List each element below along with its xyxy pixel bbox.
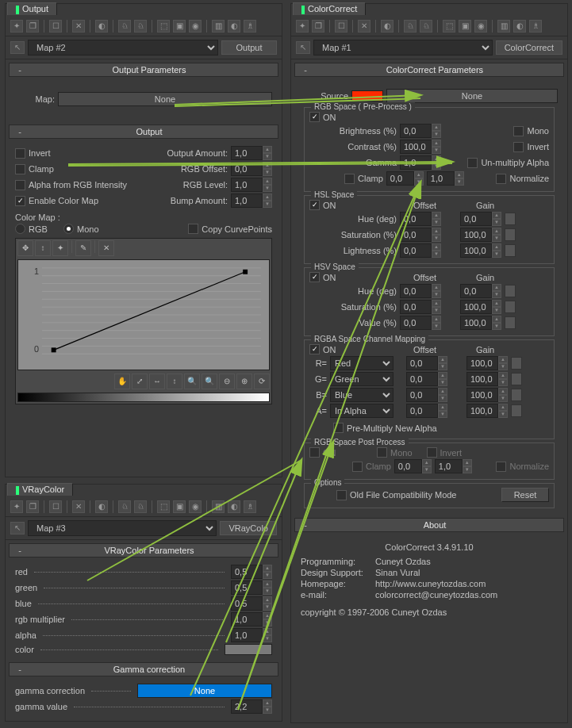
output-params-header[interactable]: - Output Parameters	[9, 63, 278, 77]
tool-icon[interactable]: ☐	[335, 20, 347, 33]
tool-icon[interactable]: ♘	[118, 20, 131, 33]
r-offset[interactable]: ▲▼	[406, 356, 447, 370]
invert-checkbox[interactable]	[15, 148, 25, 159]
tool-icon[interactable]: ◐	[513, 20, 526, 33]
tool-icon[interactable]: ♘	[420, 20, 432, 33]
tool-icon[interactable]: ✕	[72, 20, 85, 33]
curve-editor[interactable]: 1 0	[17, 259, 270, 370]
tool-icon[interactable]: ♗	[244, 500, 256, 513]
clamp-hi-spinner[interactable]: ▲▼	[427, 171, 464, 186]
tool-icon[interactable]: ✕	[358, 20, 370, 33]
map-slot[interactable]: None	[58, 92, 272, 106]
oldfile-checkbox[interactable]	[336, 490, 347, 500]
tool-icon[interactable]: ▥	[212, 20, 225, 33]
zoom-h-icon[interactable]: ↔	[149, 374, 165, 389]
tool-icon[interactable]: ☐	[49, 20, 62, 33]
tool-icon[interactable]: ❐	[312, 20, 324, 33]
tool-icon[interactable]: ⬚	[443, 20, 455, 33]
move-tool-icon[interactable]: ✥	[17, 240, 33, 256]
reset-button[interactable]: Reset	[501, 488, 549, 502]
zoom-v-icon[interactable]: ↕	[167, 374, 182, 389]
hsl-hue-gain[interactable]: ▲▼	[460, 212, 501, 226]
tool-icon[interactable]: ♘	[134, 20, 147, 33]
post-invert-checkbox[interactable]	[427, 447, 437, 458]
g-swatch[interactable]	[511, 373, 522, 385]
tool-icon[interactable]: ♘	[134, 500, 147, 513]
tool-icon[interactable]: ◉	[189, 500, 202, 513]
pen-tool-icon[interactable]: ✎	[75, 240, 91, 256]
b-gain[interactable]: ▲▼	[466, 388, 508, 402]
hsl-hue-swatch[interactable]	[505, 213, 516, 225]
zoom-region-icon[interactable]: 🔍	[202, 374, 217, 389]
clamp-lo-spinner[interactable]: ▲▼	[386, 171, 424, 186]
colorcorrect-tab[interactable]: ColorCorrect	[293, 2, 366, 15]
output-tab[interactable]: Output	[7, 2, 57, 15]
rgba-on-checkbox[interactable]	[309, 344, 320, 354]
gamma-section-header[interactable]: - Gamma correction	[9, 662, 278, 676]
normalize-checkbox[interactable]	[496, 174, 506, 184]
zoom-icon[interactable]: 🔍	[184, 374, 200, 389]
gradient-bar[interactable]	[17, 393, 270, 402]
output-amount-spinner[interactable]: ▲▼	[231, 146, 272, 160]
b-offset[interactable]: ▲▼	[406, 388, 447, 402]
green-spinner[interactable]: ▲▼	[231, 580, 272, 595]
output-section-header[interactable]: - Output	[9, 125, 278, 139]
hsl-hue-offset[interactable]: ▲▼	[400, 212, 441, 226]
red-spinner[interactable]: ▲▼	[231, 565, 272, 579]
gamma-value-spinner[interactable]: ▲▼	[231, 699, 272, 714]
tool-icon[interactable]: ✦	[296, 20, 309, 33]
tool-icon[interactable]: ◐	[381, 20, 393, 33]
source-map-slot[interactable]: None	[386, 89, 558, 103]
g-channel-select[interactable]: Green	[330, 372, 393, 386]
zoom-out-icon[interactable]: ⊖	[219, 374, 235, 389]
rgb-radio[interactable]	[15, 224, 25, 234]
tool-icon[interactable]: ◉	[189, 20, 202, 33]
tool-icon[interactable]: ♘	[404, 20, 417, 33]
vray-map-dropdown[interactable]: Map #3	[28, 520, 217, 536]
rgb-offset-spinner[interactable]: ▲▼	[231, 162, 272, 176]
source-swatch[interactable]	[351, 90, 383, 102]
g-offset[interactable]: ▲▼	[406, 372, 447, 386]
hsl-sat-gain[interactable]: ▲▼	[460, 228, 501, 242]
blue-spinner[interactable]: ▲▼	[231, 596, 272, 611]
hsv-on-checkbox[interactable]	[309, 272, 320, 282]
contrast-spinner[interactable]: ▲▼	[400, 140, 441, 154]
enable-colormap-checkbox[interactable]	[15, 196, 25, 206]
hsv-hue-gain[interactable]: ▲▼	[460, 284, 501, 298]
zoom-ext-icon[interactable]: ⤢	[132, 374, 148, 389]
tool-icon[interactable]: ☐	[49, 500, 62, 513]
gamma-spinner[interactable]: ▲▼	[400, 155, 441, 170]
scale-tool-icon[interactable]: ↕	[35, 240, 51, 256]
pan-icon[interactable]: ✋	[114, 374, 130, 389]
post-clamp-checkbox[interactable]	[352, 462, 363, 472]
bump-amount-spinner[interactable]: ▲▼	[231, 193, 272, 208]
collapse-icon[interactable]: -	[14, 127, 25, 136]
tool-icon[interactable]: ♗	[244, 20, 256, 33]
r-swatch[interactable]	[511, 357, 522, 370]
b-swatch[interactable]	[511, 389, 522, 401]
premult-checkbox[interactable]	[333, 423, 344, 433]
vraycolor-tab[interactable]: VRayColor	[7, 483, 73, 496]
collapse-icon[interactable]: -	[14, 665, 25, 674]
post-clamp-lo[interactable]: ▲▼	[394, 459, 432, 473]
post-normalize-checkbox[interactable]	[496, 462, 506, 472]
hsv-hue-swatch[interactable]	[505, 285, 516, 297]
g-gain[interactable]: ▲▼	[466, 372, 508, 386]
a-channel-select[interactable]: In Alpha	[330, 404, 393, 418]
collapse-icon[interactable]: -	[14, 65, 25, 75]
hsv-sat-swatch[interactable]	[505, 301, 516, 313]
tool-icon[interactable]: ⬚	[157, 20, 170, 33]
post-mono-checkbox[interactable]	[377, 447, 387, 458]
delete-tool-icon[interactable]: ✕	[98, 240, 114, 256]
unmult-checkbox[interactable]	[467, 158, 478, 168]
vray-params-header[interactable]: - VRayColor Parameters	[9, 543, 278, 557]
rgb-pre-on-checkbox[interactable]	[309, 112, 320, 122]
alpha-rgb-checkbox[interactable]	[15, 180, 25, 190]
brightness-spinner[interactable]: ▲▼	[400, 124, 441, 138]
wand-icon[interactable]: ↖	[10, 41, 25, 54]
tool-icon[interactable]: ◐	[228, 20, 240, 33]
gamma-corr-dropdown[interactable]: None	[137, 684, 272, 698]
tool-icon[interactable]: ◐	[95, 20, 108, 33]
alpha-spinner[interactable]: ▲▼	[231, 628, 272, 642]
hsl-sat-offset[interactable]: ▲▼	[400, 228, 441, 242]
